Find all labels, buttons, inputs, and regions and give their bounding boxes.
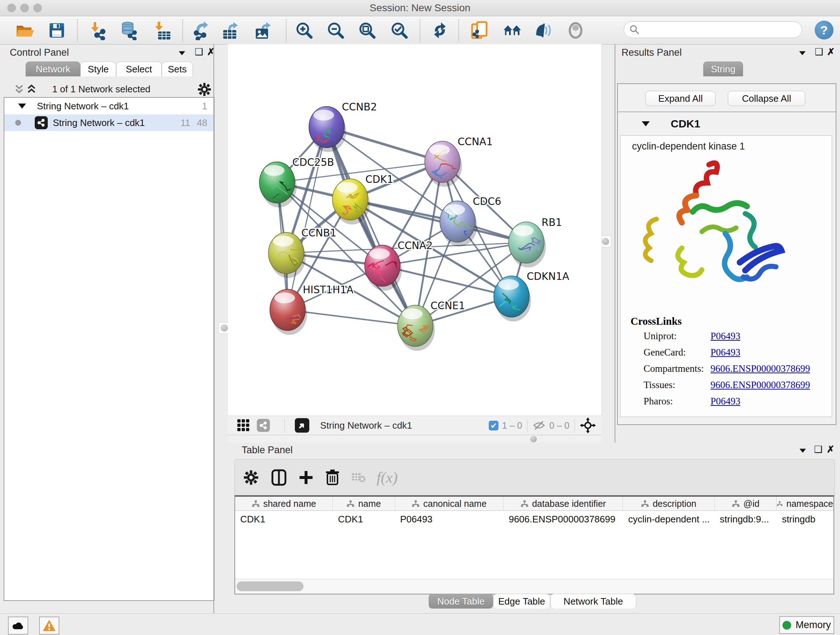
network-node-CCNB2[interactable] [309, 106, 346, 152]
gene-description: cyclin-dependent kinase 1 [632, 141, 745, 152]
column-header-shared-name[interactable]: shared name [235, 497, 333, 510]
tab-edge-table[interactable]: Edge Table [493, 594, 550, 608]
memory-button[interactable]: Memory [779, 616, 834, 634]
table-panel-float-icon[interactable]: ❑ [814, 444, 822, 455]
network-tree-root-row[interactable]: String Network – cdk1 1 [4, 98, 214, 114]
table-row[interactable]: CDK1CDK1P064939606.ENSP00000378699cyclin… [235, 511, 834, 527]
column-header-description[interactable]: description [623, 497, 714, 510]
network-node-CCNA1[interactable] [425, 141, 462, 187]
network-node-RB1[interactable] [508, 222, 546, 268]
column-header-canonical-name[interactable]: canonical name [395, 497, 504, 510]
column-header-label: database identifier [532, 499, 606, 509]
zoom-selected-icon[interactable] [390, 21, 409, 40]
collapse-all-button[interactable]: Collapse All [728, 91, 805, 106]
collection-expand-icon[interactable] [18, 103, 26, 109]
network-options-gear-icon[interactable] [197, 82, 211, 96]
toolbar-separator [527, 418, 527, 432]
zoom-out-icon[interactable] [326, 21, 346, 40]
main-toolbar: ? [0, 16, 840, 44]
node-label-CDKN1A: CDKN1A [527, 271, 569, 282]
tab-style[interactable]: Style [80, 62, 116, 76]
network-edge[interactable] [287, 127, 327, 310]
table-cell: P06493 [395, 511, 504, 527]
crosslink-link[interactable]: P06493 [711, 331, 741, 341]
pan-crosshair-icon[interactable] [580, 417, 596, 433]
delete-column-icon[interactable] [325, 469, 340, 486]
left-panel-divider[interactable] [213, 44, 214, 613]
results-panel-close-icon[interactable]: ✗ [827, 46, 835, 57]
export-table-icon[interactable] [220, 21, 240, 40]
network-node-CDKN1A[interactable] [491, 276, 531, 321]
tab-network[interactable]: Network [26, 62, 80, 76]
clone-network-icon[interactable] [470, 21, 489, 40]
crosslink-link[interactable]: 9606.ENSP00000378699 [711, 379, 810, 390]
node-label-CCNB2: CCNB2 [342, 101, 377, 113]
selected-nodes-checkbox[interactable] [489, 421, 499, 431]
network-node-CCNE1[interactable] [398, 305, 435, 351]
network-share-view-icon[interactable] [257, 419, 270, 432]
refresh-icon[interactable] [430, 21, 450, 40]
crosslink-row: Uniprot:P06493 [644, 331, 824, 347]
export-image-icon[interactable] [253, 21, 272, 40]
import-database-icon[interactable] [119, 21, 139, 40]
control-panel-tabs: NetworkStyleSelectSets [26, 62, 193, 76]
horizontal-splitter[interactable] [228, 434, 602, 442]
column-header-@id[interactable]: @id [715, 497, 777, 510]
scrollbar-thumb[interactable] [237, 581, 303, 591]
save-session-icon[interactable] [47, 21, 66, 40]
network-node-CDK1[interactable] [332, 179, 371, 225]
control-panel-float-icon[interactable]: ❑ [195, 46, 203, 57]
export-network-icon[interactable] [191, 21, 211, 40]
tab-network-table[interactable]: Network Table [550, 594, 636, 608]
tab-string[interactable]: String [703, 62, 743, 76]
search-input[interactable] [640, 24, 793, 35]
horizontal-splitter-handle[interactable] [531, 436, 537, 442]
hide-panels-icon[interactable] [533, 21, 553, 40]
results-panel-float-icon[interactable]: ❑ [815, 46, 823, 57]
import-network-icon[interactable] [88, 21, 108, 40]
tab-select[interactable]: Select [116, 62, 162, 76]
network-canvas[interactable]: CCNB2CCNA1CDC25BCDK1CDC6RB1CCNB1CCNA2CDK… [228, 44, 602, 416]
cloud-button[interactable] [8, 616, 28, 635]
grid-view-icon[interactable] [237, 418, 250, 432]
node-table: shared namenamecanonical namedatabase id… [234, 495, 834, 594]
table-cell: stringdb:9... [715, 511, 777, 527]
right-panel-divider[interactable] [615, 44, 615, 442]
birdseye-view-icon[interactable] [295, 418, 309, 432]
gene-collapse-icon[interactable] [642, 121, 650, 126]
column-header-database-identifier[interactable]: database identifier [504, 497, 623, 510]
control-panel-menu-icon[interactable] [179, 51, 185, 55]
add-column-icon[interactable] [298, 470, 314, 485]
network-node-CDC25B[interactable] [256, 162, 297, 210]
crosslink-link[interactable]: 9606.ENSP00000378699 [711, 363, 810, 374]
network-edge[interactable] [327, 127, 415, 326]
results-panel-menu-icon[interactable] [799, 51, 806, 55]
open-session-icon[interactable] [14, 21, 34, 40]
tab-node-table[interactable]: Node Table [429, 594, 493, 608]
table-panel-menu-icon[interactable] [799, 448, 806, 453]
table-options-gear-icon[interactable] [243, 470, 259, 485]
tab-sets[interactable]: Sets [162, 62, 193, 76]
warning-button[interactable] [39, 616, 59, 635]
zoom-fit-icon[interactable] [357, 21, 377, 40]
crosslink-link[interactable]: P06493 [711, 396, 741, 407]
column-header-namespace[interactable]: namespace [777, 497, 834, 510]
crosslink-link[interactable]: P06493 [711, 347, 741, 358]
network-node-HIST1H1A[interactable] [270, 289, 312, 335]
show-panels-icon[interactable] [566, 21, 585, 40]
network-tree-child-row[interactable]: String Network – cdk1 11 48 [4, 114, 214, 131]
help-button[interactable]: ? [815, 21, 834, 40]
node-label-CCNB1: CCNB1 [302, 227, 336, 239]
network-node-CCNA2[interactable] [365, 245, 404, 291]
toolbar-separator [420, 19, 420, 42]
import-table-icon[interactable] [152, 21, 172, 40]
table-panel-close-icon[interactable]: ✗ [827, 444, 835, 455]
show-columns-icon[interactable] [271, 469, 287, 486]
table-horizontal-scrollbar[interactable] [235, 579, 834, 594]
birdseye-homes-icon[interactable] [502, 21, 522, 40]
expand-all-button[interactable]: Expand All [645, 91, 715, 106]
column-header-name[interactable]: name [333, 497, 395, 510]
gene-section-header[interactable]: CDK1 [618, 112, 836, 135]
zoom-in-icon[interactable] [294, 21, 314, 40]
title-bar: Session: New Session [0, 0, 840, 16]
